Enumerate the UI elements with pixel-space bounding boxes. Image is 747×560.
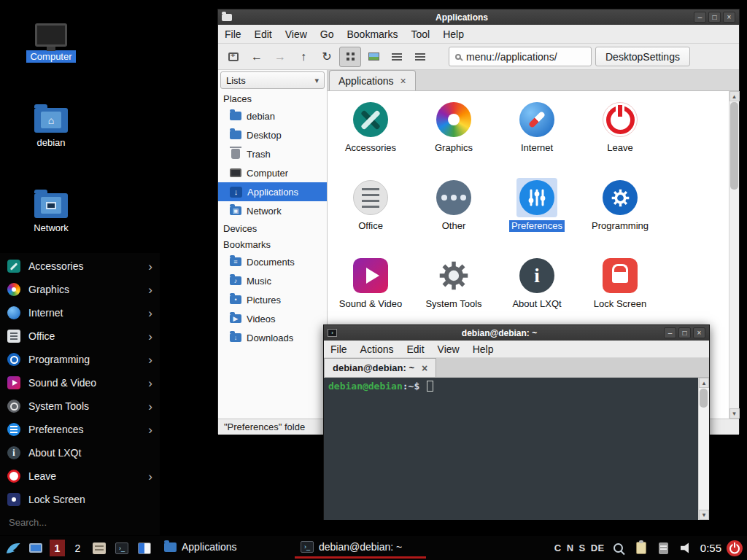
sidebar-item-desktop[interactable]: Desktop [218, 125, 327, 144]
menu-item-graphics[interactable]: Graphics › [0, 278, 160, 301]
tab-close-icon[interactable]: × [422, 363, 427, 373]
terminal-titlebar[interactable]: › debian@debian: ~ – □ × [324, 325, 709, 341]
quicklaunch-file-manager-button[interactable] [90, 540, 108, 557]
close-button[interactable]: × [723, 12, 735, 23]
fm-icon-other[interactable]: Other [412, 178, 495, 256]
terminal-tab[interactable]: debian@debian: ~ × [324, 358, 436, 377]
menu-help[interactable]: Help [466, 343, 500, 355]
scroll-down-icon[interactable]: ▾ [699, 510, 709, 520]
fm-icon-lock-screen[interactable]: Lock Screen [578, 256, 662, 334]
up-button[interactable]: ↑ [293, 47, 314, 67]
sidebar-item-computer[interactable]: Computer [218, 163, 327, 182]
menu-item-about-lxqt[interactable]: About LXQt [0, 441, 160, 464]
minimize-button[interactable]: – [664, 327, 676, 338]
fm-icon-system-tools[interactable]: System Tools [412, 256, 495, 334]
fm-icon-graphics[interactable]: Graphics [412, 100, 495, 178]
menu-bookmarks[interactable]: Bookmarks [340, 28, 404, 40]
fm-scrollbar[interactable]: ▴ ▾ [729, 91, 739, 419]
desktopsettings-breadcrumb-button[interactable]: DesktopSettings [595, 47, 690, 66]
maximize-button[interactable]: □ [708, 12, 721, 23]
fm-icon-leave[interactable]: Leave [578, 100, 662, 178]
menu-actions[interactable]: Actions [354, 343, 400, 355]
icon-view-button[interactable] [339, 47, 361, 67]
close-button[interactable]: × [693, 327, 705, 338]
sidebar-mode-select[interactable]: Lists ▾ [220, 71, 325, 89]
menu-item-preferences[interactable]: Preferences › [0, 418, 160, 441]
menu-go[interactable]: Go [314, 28, 341, 40]
task-applications[interactable]: Applications [158, 537, 290, 559]
menu-item-sound-video[interactable]: Sound & Video › [0, 371, 160, 394]
sidebar-item-debian[interactable]: debian [218, 106, 327, 125]
menu-file[interactable]: File [324, 343, 354, 355]
terminal-scrollbar[interactable]: ▴ ▾ [698, 378, 709, 520]
quicklaunch-editor-button[interactable] [136, 540, 153, 557]
workspace-2-button[interactable]: 2 [70, 540, 85, 556]
menu-item-internet[interactable]: Internet › [0, 301, 160, 324]
numlock-indicator[interactable]: N [567, 542, 574, 553]
task-terminal[interactable]: ›_ debian@debian: ~ [295, 537, 426, 559]
fm-icon-sound-video[interactable]: Sound & Video [329, 256, 412, 334]
fm-icon-programming[interactable]: Programming [578, 178, 662, 256]
menu-file[interactable]: File [218, 28, 248, 40]
menu-view[interactable]: View [279, 28, 314, 40]
sidebar-item-music[interactable]: ♪ Music [218, 271, 327, 290]
scroll-down-icon[interactable]: ▾ [729, 408, 740, 419]
tray-clipboard-button[interactable] [632, 540, 650, 557]
desktop-icon-network[interactable]: Network [18, 186, 85, 234]
search-input[interactable] [9, 517, 151, 528]
menu-edit[interactable]: Edit [400, 343, 430, 355]
quicklaunch-terminal-button[interactable]: ›_ [113, 540, 131, 557]
menu-item-system-tools[interactable]: System Tools › [0, 394, 160, 418]
fm-icon-office[interactable]: Office [329, 178, 412, 256]
refresh-button[interactable]: ↻ [316, 47, 338, 67]
sidebar-item-network[interactable]: ▣ Network [218, 201, 327, 220]
new-tab-button[interactable] [222, 47, 244, 67]
menu-item-leave[interactable]: Leave › [0, 464, 160, 488]
show-desktop-button[interactable] [27, 540, 44, 557]
menu-item-programming[interactable]: Programming › [0, 348, 160, 371]
desktop-icon-computer[interactable]: Computer [18, 15, 85, 63]
fm-titlebar[interactable]: Applications – □ × [218, 9, 739, 25]
menu-item-lock-screen[interactable]: Lock Screen [0, 488, 160, 511]
sidebar-item-trash[interactable]: Trash [218, 144, 327, 163]
sidebar-item-downloads[interactable]: ↓ Downloads [218, 328, 327, 347]
keyboard-layout-indicator[interactable]: DE [591, 542, 605, 553]
workspace-1-button[interactable]: 1 [50, 540, 65, 556]
fm-icon-internet[interactable]: Internet [495, 100, 578, 178]
menu-item-office[interactable]: Office › [0, 324, 160, 348]
volume-button[interactable] [678, 540, 695, 557]
menu-tool[interactable]: Tool [405, 28, 437, 40]
terminal-output[interactable]: debian@debian:~$ [324, 378, 698, 520]
menu-view[interactable]: View [431, 343, 466, 355]
desktop-icon-debian[interactable]: ⌂ debian [18, 101, 85, 149]
minimize-button[interactable]: – [694, 12, 706, 23]
compact-view-button[interactable] [386, 47, 408, 67]
maximize-button[interactable]: □ [678, 327, 691, 338]
path-bar[interactable]: menu://applications/ [449, 47, 592, 66]
thumbnail-view-button[interactable] [363, 47, 384, 67]
capslock-indicator[interactable]: C [554, 542, 562, 553]
back-button[interactable]: ← [246, 47, 268, 67]
power-button[interactable] [727, 540, 743, 556]
sidebar-item-applications[interactable]: ↓ Applications [218, 182, 327, 201]
sidebar-item-videos[interactable]: ▶ Videos [218, 309, 327, 328]
menu-item-accessories[interactable]: Accessories › [0, 254, 160, 278]
fm-icon-accessories[interactable]: Accessories [329, 100, 412, 178]
scroll-up-icon[interactable]: ▴ [729, 91, 740, 101]
tab-close-icon[interactable]: × [400, 76, 406, 86]
menu-help[interactable]: Help [436, 28, 471, 40]
forward-button[interactable]: → [269, 47, 291, 67]
lxqt-menu-button[interactable] [4, 540, 22, 557]
clock[interactable]: 0:55 [700, 542, 721, 554]
detailed-view-button[interactable] [409, 47, 431, 67]
scroll-up-icon[interactable]: ▴ [699, 378, 709, 388]
tray-search-button[interactable] [610, 540, 627, 557]
scrolllock-indicator[interactable]: S [579, 542, 586, 553]
tray-updates-button[interactable] [655, 540, 673, 557]
sidebar-item-documents[interactable]: ≡ Documents [218, 252, 327, 271]
menu-edit[interactable]: Edit [248, 28, 279, 40]
sidebar-item-pictures[interactable]: • Pictures [218, 290, 327, 309]
fm-icon-preferences[interactable]: Preferences [495, 178, 578, 256]
tab-applications[interactable]: Applications × [329, 70, 416, 90]
fm-icon-about-lxqt[interactable]: About LXQt [495, 256, 578, 334]
